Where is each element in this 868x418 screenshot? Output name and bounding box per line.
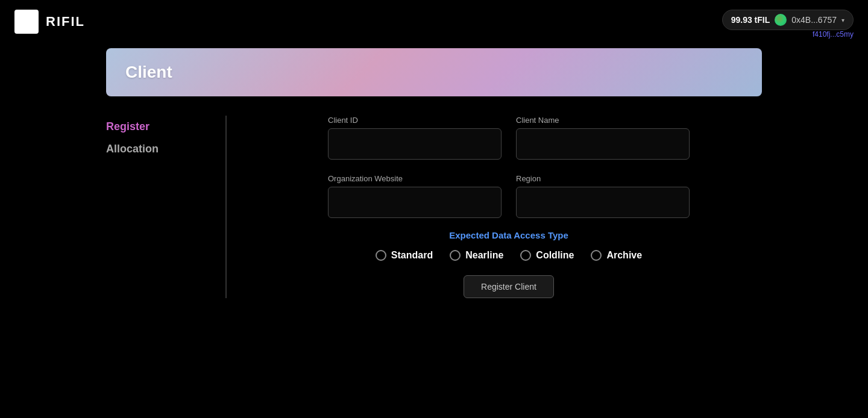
wallet-balance: 99.93 tFIL: [731, 15, 770, 25]
chevron-down-icon: ▾: [841, 17, 844, 23]
radio-label-coldline: Coldline: [536, 250, 574, 261]
sidebar-item-allocation[interactable]: Allocation: [106, 138, 211, 160]
form-area: Client ID Client Name Organization Websi…: [227, 116, 762, 298]
sidebar: Register Allocation: [106, 116, 227, 298]
header: RIFIL 99.93 tFIL 0x4B...6757 ▾ f410fj...…: [0, 0, 868, 43]
region-input[interactable]: [516, 187, 690, 218]
data-access-title: Expected Data Access Type: [328, 230, 690, 240]
logo-text: RIFIL: [46, 14, 85, 30]
radio-circle-coldline[interactable]: [520, 250, 531, 261]
radio-group: Standard Nearline Coldline Archive: [328, 250, 690, 261]
client-id-input[interactable]: [328, 128, 502, 160]
region-group: Region: [516, 174, 690, 218]
org-website-input[interactable]: [328, 187, 502, 218]
radio-archive[interactable]: Archive: [591, 250, 642, 261]
radio-label-standard: Standard: [391, 250, 433, 261]
sidebar-item-register[interactable]: Register: [106, 116, 211, 138]
org-website-label: Organization Website: [328, 174, 502, 183]
radio-nearline[interactable]: Nearline: [450, 250, 503, 261]
client-id-label: Client ID: [328, 116, 502, 125]
radio-coldline[interactable]: Coldline: [520, 250, 574, 261]
logo-area: RIFIL: [14, 10, 85, 34]
form-grid: Client ID Client Name Organization Websi…: [328, 116, 690, 218]
client-id-group: Client ID: [328, 116, 502, 160]
radio-label-archive: Archive: [606, 250, 642, 261]
radio-standard[interactable]: Standard: [376, 250, 433, 261]
logo-icon: [14, 10, 39, 34]
page-title: Client: [125, 63, 743, 82]
wallet-short-address: 0x4B...6757: [791, 15, 837, 25]
client-name-input[interactable]: [516, 128, 690, 160]
radio-circle-standard[interactable]: [376, 250, 386, 261]
page-banner: Client: [106, 48, 762, 96]
wallet-full-address: f410fj...c5my: [813, 30, 854, 39]
radio-circle-archive[interactable]: [591, 250, 602, 261]
radio-circle-nearline[interactable]: [450, 250, 461, 261]
data-access-section: Expected Data Access Type Standard Nearl…: [328, 230, 690, 261]
register-client-button[interactable]: Register Client: [464, 275, 554, 298]
org-website-group: Organization Website: [328, 174, 502, 218]
wallet-icon: [775, 14, 787, 26]
client-name-group: Client Name: [516, 116, 690, 160]
wallet-area: 99.93 tFIL 0x4B...6757 ▾ f410fj...c5my: [722, 10, 854, 39]
main-content: Register Allocation Client ID Client Nam…: [106, 116, 762, 298]
region-label: Region: [516, 174, 690, 183]
client-name-label: Client Name: [516, 116, 690, 125]
wallet-button[interactable]: 99.93 tFIL 0x4B...6757 ▾: [722, 10, 854, 30]
radio-label-nearline: Nearline: [465, 250, 503, 261]
